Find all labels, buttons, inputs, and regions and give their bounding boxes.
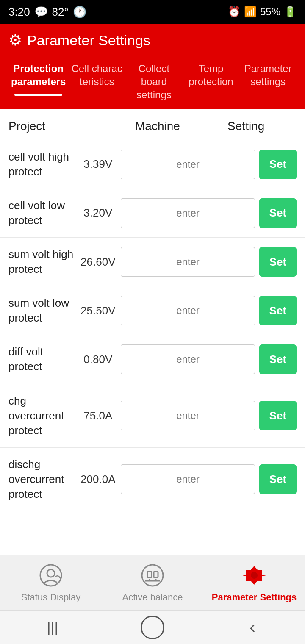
param-name-sum-volt-high: sum volt high protect [8, 247, 75, 277]
col-machine-header: Machine [119, 119, 195, 133]
param-row-cell-volt-high: cell volt high protect 3.39V Set [0, 140, 305, 189]
svg-point-1 [47, 569, 55, 577]
param-controls-sum-volt-high: Set [121, 247, 297, 277]
param-row-dischg-overcurrent: dischg overcurrent protect 200.0A Set [0, 448, 305, 511]
param-value-sum-volt-low: 25.50V [75, 304, 121, 317]
param-controls-dischg-overcurrent: Set [121, 464, 297, 494]
set-btn-dischg-overcurrent[interactable]: Set [259, 464, 297, 494]
param-name-cell-volt-low: cell volt low protect [8, 198, 75, 228]
title-row: ⚙ Parameter Settings [8, 31, 297, 49]
nav-status-label: Status Display [21, 592, 81, 603]
param-name-dischg-overcurrent: dischg overcurrent protect [8, 457, 75, 502]
param-value-chg-overcurrent: 75.0A [75, 409, 121, 422]
param-name-chg-overcurrent: chg overcurrent protect [8, 394, 75, 438]
tab-collect[interactable]: Collect board settings [125, 58, 183, 109]
nav-status-display[interactable]: Status Display [0, 563, 102, 603]
clock-icon: 🕐 [73, 6, 86, 19]
status-bar: 3:20 💬 82° 🕐 ⏰ 📶 55% 🔋 [0, 0, 305, 24]
param-name-sum-volt-low: sum volt low protect [8, 296, 75, 325]
param-input-cell-volt-high[interactable] [121, 150, 255, 179]
param-value-dischg-overcurrent: 200.0A [75, 473, 121, 486]
tab-cell[interactable]: Cell charac teristics [68, 58, 125, 96]
nav-balance-label: Active balance [122, 592, 183, 603]
param-input-sum-volt-high[interactable] [121, 247, 255, 277]
set-btn-cell-volt-high[interactable]: Set [259, 150, 297, 179]
param-input-sum-volt-low[interactable] [121, 296, 255, 325]
svg-point-0 [40, 565, 61, 586]
param-input-diff-volt[interactable] [121, 344, 255, 374]
param-row-sum-volt-low: sum volt low protect 25.50V Set [0, 286, 305, 335]
param-row-cell-volt-low: cell volt low protect 3.20V Set [0, 189, 305, 238]
param-value-sum-volt-high: 26.60V [75, 255, 121, 269]
system-home-btn[interactable] [141, 616, 164, 639]
param-row-diff-volt: diff volt protect 0.80V Set [0, 335, 305, 384]
param-input-cell-volt-low[interactable] [121, 198, 255, 228]
svg-point-10 [251, 572, 258, 579]
system-back-btn[interactable]: ‹ [236, 611, 269, 644]
param-name-cell-volt-high: cell volt high protect [8, 150, 75, 179]
status-bar-right: ⏰ 📶 55% 🔋 [228, 6, 297, 18]
set-btn-sum-volt-high[interactable]: Set [259, 247, 297, 277]
param-value-cell-volt-high: 3.39V [75, 158, 121, 171]
tab-temp[interactable]: Temp protection [183, 58, 240, 96]
status-display-icon [38, 563, 64, 588]
param-controls-cell-volt-low: Set [121, 198, 297, 228]
tab-param[interactable]: Parameter settings [239, 58, 297, 96]
table-header: Project Machine Setting [0, 109, 305, 140]
set-btn-cell-volt-low[interactable]: Set [259, 198, 297, 228]
set-btn-chg-overcurrent[interactable]: Set [259, 401, 297, 430]
tab-nav: Protection parameters Cell charac terist… [8, 58, 297, 109]
active-balance-icon [140, 563, 165, 588]
param-rows: cell volt high protect 3.39V Set cell vo… [0, 140, 305, 512]
alarm-icon: ⏰ [228, 6, 241, 18]
svg-rect-3 [147, 572, 152, 577]
param-input-dischg-overcurrent[interactable] [121, 464, 255, 494]
app-header: ⚙ Parameter Settings Protection paramete… [0, 24, 305, 109]
param-controls-chg-overcurrent: Set [121, 401, 297, 430]
col-setting-header: Setting [195, 119, 297, 133]
time: 3:20 [8, 6, 30, 19]
param-value-diff-volt: 0.80V [75, 353, 121, 366]
param-input-chg-overcurrent[interactable] [121, 401, 255, 430]
system-menu-btn[interactable]: ||| [36, 611, 69, 644]
nav-param-settings[interactable]: Parameter Settings [203, 563, 305, 603]
system-nav: ||| ‹ [0, 610, 305, 644]
param-value-cell-volt-low: 3.20V [75, 206, 121, 219]
param-settings-icon [241, 563, 267, 588]
param-controls-sum-volt-low: Set [121, 296, 297, 325]
set-btn-diff-volt[interactable]: Set [259, 344, 297, 374]
battery-pct: 55% [260, 6, 280, 18]
battery-icon: 🔋 [284, 6, 297, 18]
svg-point-2 [142, 565, 163, 586]
param-name-diff-volt: diff volt protect [8, 344, 75, 374]
signal-icon: 📶 [244, 6, 257, 18]
page-title: Parameter Settings [27, 32, 150, 49]
main-content: Project Machine Setting cell volt high p… [0, 109, 305, 575]
nav-param-label: Parameter Settings [212, 592, 297, 603]
param-row-sum-volt-high: sum volt high protect 26.60V Set [0, 238, 305, 286]
status-bar-left: 3:20 💬 82° 🕐 [8, 6, 86, 19]
bottom-nav: Status Display Active balance Parameter … [0, 555, 305, 610]
svg-rect-4 [154, 572, 158, 577]
gear-icon: ⚙ [8, 31, 22, 49]
battery-temp: 82° [52, 6, 69, 19]
nav-active-balance[interactable]: Active balance [102, 563, 203, 603]
param-row-chg-overcurrent: chg overcurrent protect 75.0A Set [0, 384, 305, 448]
chat-icon: 💬 [34, 6, 48, 19]
col-project-header: Project [8, 119, 119, 133]
set-btn-sum-volt-low[interactable]: Set [259, 296, 297, 325]
tab-protection[interactable]: Protection parameters [8, 58, 68, 96]
param-controls-cell-volt-high: Set [121, 150, 297, 179]
param-controls-diff-volt: Set [121, 344, 297, 374]
